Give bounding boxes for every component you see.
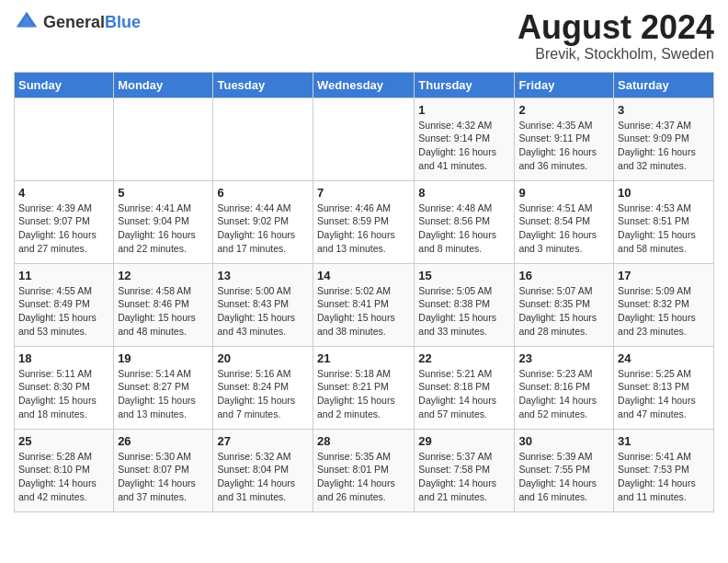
table-row: 30Sunrise: 5:39 AM Sunset: 7:55 PM Dayli… (515, 429, 614, 511)
day-info: Sunrise: 5:00 AM Sunset: 8:43 PM Dayligh… (217, 284, 309, 339)
calendar-table: Sunday Monday Tuesday Wednesday Thursday… (14, 72, 714, 512)
day-info: Sunrise: 4:37 AM Sunset: 9:09 PM Dayligh… (618, 119, 710, 173)
day-number: 13 (217, 269, 309, 282)
table-row: 16Sunrise: 5:07 AM Sunset: 8:35 PM Dayli… (515, 263, 614, 346)
day-info: Sunrise: 5:35 AM Sunset: 8:01 PM Dayligh… (317, 450, 410, 504)
header-thursday: Thursday (415, 72, 515, 98)
day-info: Sunrise: 5:21 AM Sunset: 8:18 PM Dayligh… (418, 367, 510, 421)
day-number: 18 (18, 351, 109, 365)
table-row: 26Sunrise: 5:30 AM Sunset: 8:07 PM Dayli… (114, 429, 213, 511)
days-header-row: Sunday Monday Tuesday Wednesday Thursday… (15, 72, 714, 98)
day-info: Sunrise: 5:11 AM Sunset: 8:30 PM Dayligh… (18, 367, 109, 421)
day-info: Sunrise: 5:02 AM Sunset: 8:41 PM Dayligh… (317, 284, 410, 339)
day-info: Sunrise: 5:07 AM Sunset: 8:35 PM Dayligh… (518, 284, 609, 339)
table-row: 4Sunrise: 4:39 AM Sunset: 9:07 PM Daylig… (15, 180, 114, 263)
day-number: 10 (618, 186, 710, 200)
day-number: 22 (418, 351, 510, 365)
table-row (213, 98, 313, 180)
logo-icon (14, 9, 40, 35)
day-number: 12 (118, 269, 209, 282)
table-row: 12Sunrise: 4:58 AM Sunset: 8:46 PM Dayli… (114, 263, 213, 346)
day-number: 4 (18, 186, 109, 200)
day-number: 23 (518, 351, 609, 365)
header-saturday: Saturday (614, 72, 714, 98)
day-info: Sunrise: 5:32 AM Sunset: 8:04 PM Dayligh… (217, 450, 309, 504)
table-row: 27Sunrise: 5:32 AM Sunset: 8:04 PM Dayli… (213, 429, 313, 511)
table-row: 10Sunrise: 4:53 AM Sunset: 8:51 PM Dayli… (614, 180, 714, 263)
calendar-week-row: 4Sunrise: 4:39 AM Sunset: 9:07 PM Daylig… (15, 180, 714, 263)
table-row: 17Sunrise: 5:09 AM Sunset: 8:32 PM Dayli… (614, 263, 714, 346)
day-info: Sunrise: 4:58 AM Sunset: 8:46 PM Dayligh… (118, 284, 209, 339)
table-row: 2Sunrise: 4:35 AM Sunset: 9:11 PM Daylig… (515, 98, 614, 180)
header-monday: Monday (114, 72, 213, 98)
header-wednesday: Wednesday (313, 72, 415, 98)
day-number: 24 (618, 351, 710, 365)
table-row: 24Sunrise: 5:25 AM Sunset: 8:13 PM Dayli… (614, 346, 714, 429)
day-info: Sunrise: 5:16 AM Sunset: 8:24 PM Dayligh… (217, 367, 309, 421)
table-row: 15Sunrise: 5:05 AM Sunset: 8:38 PM Dayli… (415, 263, 515, 346)
day-info: Sunrise: 4:55 AM Sunset: 8:49 PM Dayligh… (18, 284, 109, 339)
day-info: Sunrise: 4:35 AM Sunset: 9:11 PM Dayligh… (518, 119, 609, 173)
day-number: 11 (18, 269, 109, 282)
day-info: Sunrise: 4:41 AM Sunset: 9:04 PM Dayligh… (118, 201, 209, 256)
day-number: 15 (418, 269, 510, 282)
day-number: 26 (118, 434, 209, 448)
table-row: 6Sunrise: 4:44 AM Sunset: 9:02 PM Daylig… (213, 180, 313, 263)
table-row: 20Sunrise: 5:16 AM Sunset: 8:24 PM Dayli… (213, 346, 313, 429)
day-number: 5 (118, 186, 209, 200)
table-row: 18Sunrise: 5:11 AM Sunset: 8:30 PM Dayli… (15, 346, 114, 429)
table-row: 29Sunrise: 5:37 AM Sunset: 7:58 PM Dayli… (415, 429, 515, 511)
day-info: Sunrise: 5:18 AM Sunset: 8:21 PM Dayligh… (317, 367, 410, 421)
day-number: 27 (217, 434, 309, 448)
day-number: 1 (418, 103, 510, 117)
logo-text-blue: Blue (105, 13, 141, 31)
table-row (15, 98, 114, 180)
header-sunday: Sunday (15, 72, 114, 98)
day-number: 8 (418, 186, 510, 200)
table-row: 23Sunrise: 5:23 AM Sunset: 8:16 PM Dayli… (515, 346, 614, 429)
table-row: 5Sunrise: 4:41 AM Sunset: 9:04 PM Daylig… (114, 180, 213, 263)
day-number: 20 (217, 351, 309, 365)
day-number: 9 (518, 186, 609, 200)
day-number: 3 (618, 103, 710, 117)
table-row: 7Sunrise: 4:46 AM Sunset: 8:59 PM Daylig… (313, 180, 415, 263)
day-number: 28 (317, 434, 410, 448)
table-row: 3Sunrise: 4:37 AM Sunset: 9:09 PM Daylig… (614, 98, 714, 180)
day-info: Sunrise: 4:53 AM Sunset: 8:51 PM Dayligh… (618, 201, 710, 256)
day-info: Sunrise: 5:28 AM Sunset: 8:10 PM Dayligh… (18, 450, 109, 504)
day-number: 29 (418, 434, 510, 448)
day-info: Sunrise: 4:48 AM Sunset: 8:56 PM Dayligh… (418, 201, 510, 256)
day-info: Sunrise: 5:37 AM Sunset: 7:58 PM Dayligh… (418, 450, 510, 504)
calendar-week-row: 25Sunrise: 5:28 AM Sunset: 8:10 PM Dayli… (15, 429, 714, 511)
day-info: Sunrise: 5:39 AM Sunset: 7:55 PM Dayligh… (518, 450, 609, 504)
table-row: 11Sunrise: 4:55 AM Sunset: 8:49 PM Dayli… (15, 263, 114, 346)
day-number: 14 (317, 269, 410, 282)
day-number: 19 (118, 351, 209, 365)
calendar-title: August 2024 (518, 9, 714, 46)
table-row: 8Sunrise: 4:48 AM Sunset: 8:56 PM Daylig… (415, 180, 515, 263)
day-info: Sunrise: 5:23 AM Sunset: 8:16 PM Dayligh… (518, 367, 609, 421)
calendar-week-row: 11Sunrise: 4:55 AM Sunset: 8:49 PM Dayli… (15, 263, 714, 346)
day-info: Sunrise: 5:14 AM Sunset: 8:27 PM Dayligh… (118, 367, 209, 421)
day-number: 17 (618, 269, 710, 282)
day-info: Sunrise: 4:46 AM Sunset: 8:59 PM Dayligh… (317, 201, 410, 256)
day-number: 16 (518, 269, 609, 282)
table-row: 28Sunrise: 5:35 AM Sunset: 8:01 PM Dayli… (313, 429, 415, 511)
table-row: 1Sunrise: 4:32 AM Sunset: 9:14 PM Daylig… (415, 98, 515, 180)
day-info: Sunrise: 4:44 AM Sunset: 9:02 PM Dayligh… (217, 201, 309, 256)
day-info: Sunrise: 5:25 AM Sunset: 8:13 PM Dayligh… (618, 367, 710, 421)
table-row (313, 98, 415, 180)
logo: GeneralBlue (14, 9, 141, 35)
header-friday: Friday (515, 72, 614, 98)
table-row: 19Sunrise: 5:14 AM Sunset: 8:27 PM Dayli… (114, 346, 213, 429)
table-row: 22Sunrise: 5:21 AM Sunset: 8:18 PM Dayli… (415, 346, 515, 429)
day-info: Sunrise: 4:32 AM Sunset: 9:14 PM Dayligh… (418, 119, 510, 173)
table-row: 14Sunrise: 5:02 AM Sunset: 8:41 PM Dayli… (313, 263, 415, 346)
table-row: 9Sunrise: 4:51 AM Sunset: 8:54 PM Daylig… (515, 180, 614, 263)
day-info: Sunrise: 5:09 AM Sunset: 8:32 PM Dayligh… (618, 284, 710, 339)
day-number: 31 (618, 434, 710, 448)
table-row: 21Sunrise: 5:18 AM Sunset: 8:21 PM Dayli… (313, 346, 415, 429)
day-info: Sunrise: 4:39 AM Sunset: 9:07 PM Dayligh… (18, 201, 109, 256)
day-number: 7 (317, 186, 410, 200)
day-info: Sunrise: 5:41 AM Sunset: 7:53 PM Dayligh… (618, 450, 710, 504)
